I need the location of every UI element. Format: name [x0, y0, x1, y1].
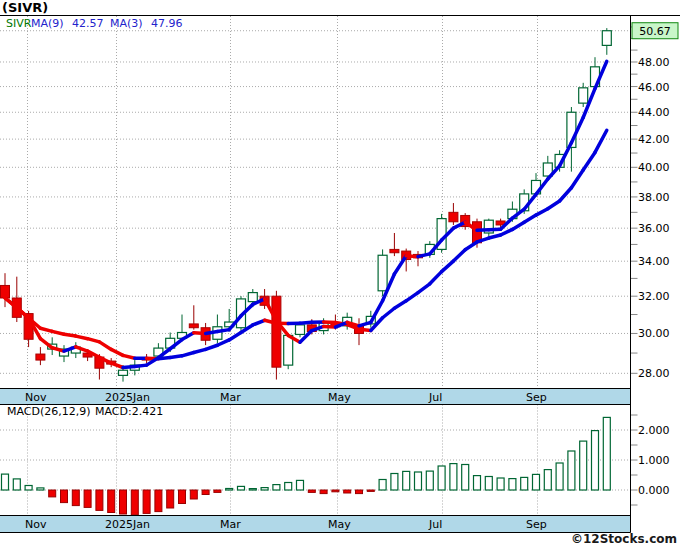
svg-text:May: May — [328, 391, 351, 404]
chart-canvas: 28.0030.0032.0034.0036.0038.0040.0042.00… — [0, 0, 680, 546]
svg-text:30.00: 30.00 — [638, 327, 670, 340]
svg-text:Sep: Sep — [526, 391, 547, 404]
watermark: ©12Stocks.com — [571, 532, 677, 546]
svg-text:36.00: 36.00 — [638, 222, 670, 235]
legend-ma3-label: MA(3) — [110, 17, 143, 30]
svg-text:Sep: Sep — [526, 518, 547, 531]
svg-text:Jul: Jul — [428, 518, 442, 531]
legend-symbol: SIVR — [6, 17, 31, 30]
svg-text:48.00: 48.00 — [638, 56, 670, 69]
svg-text:2025Jan: 2025Jan — [105, 518, 150, 531]
macd-params-label: MACD(26,12,9) — [7, 405, 91, 418]
svg-text:40.00: 40.00 — [638, 161, 670, 174]
svg-text:28.00: 28.00 — [638, 367, 670, 380]
svg-text:2.000: 2.000 — [638, 424, 670, 437]
macd-value-label: MACD:2.421 — [95, 405, 163, 418]
chart-title: (SIVR) — [2, 0, 48, 15]
svg-text:Nov: Nov — [25, 391, 47, 404]
svg-text:44.00: 44.00 — [638, 106, 670, 119]
svg-text:0.000: 0.000 — [638, 484, 670, 497]
legend-ma9-label: MA(9) — [31, 17, 64, 30]
legend-ma3-value: 47.96 — [151, 17, 183, 30]
svg-text:2025Jan: 2025Jan — [105, 391, 150, 404]
svg-text:May: May — [328, 518, 351, 531]
svg-text:38.00: 38.00 — [638, 191, 670, 204]
svg-text:1.000: 1.000 — [638, 454, 670, 467]
svg-text:Mar: Mar — [220, 518, 241, 531]
svg-text:Nov: Nov — [25, 518, 47, 531]
svg-text:32.00: 32.00 — [638, 290, 670, 303]
svg-text:Mar: Mar — [220, 391, 241, 404]
svg-text:46.00: 46.00 — [638, 81, 670, 94]
stock-chart-page: 28.0030.0032.0034.0036.0038.0040.0042.00… — [0, 0, 680, 546]
svg-text:50.67: 50.67 — [639, 25, 671, 38]
svg-text:Jul: Jul — [428, 391, 442, 404]
legend-ma9-value: 42.57 — [72, 17, 104, 30]
svg-text:34.00: 34.00 — [638, 255, 670, 268]
svg-text:42.00: 42.00 — [638, 133, 670, 146]
